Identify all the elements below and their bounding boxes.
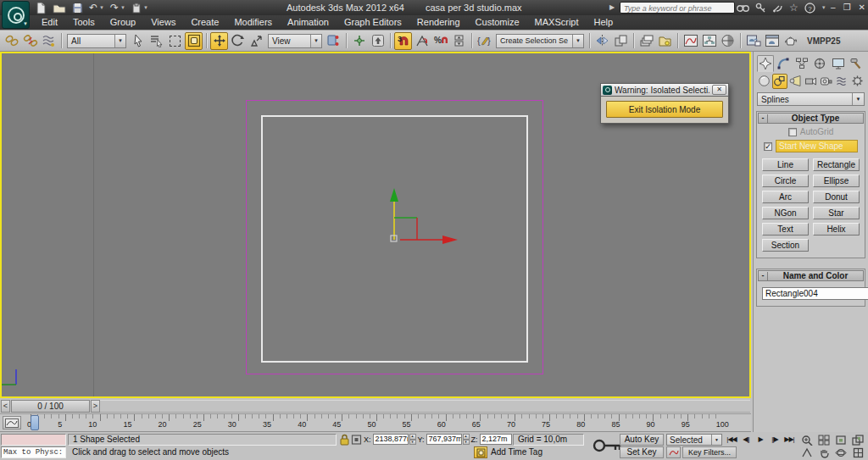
- name-and-color-rollout-header[interactable]: - Name and Color: [758, 270, 864, 281]
- render-setup-button[interactable]: [744, 32, 762, 50]
- menu-item[interactable]: Modifiers: [226, 15, 280, 30]
- dialog-close-icon[interactable]: ✕: [712, 85, 726, 95]
- menu-item[interactable]: Create: [183, 15, 226, 30]
- snaps-toggle-button[interactable]: 3: [394, 32, 412, 50]
- pan-hand-icon[interactable]: [816, 446, 832, 458]
- object-type-button[interactable]: Circle: [762, 175, 809, 187]
- menu-item[interactable]: Views: [143, 15, 183, 30]
- undo-flyout-arrow[interactable]: ▼: [99, 5, 104, 10]
- playback-button[interactable]: ||▶: [768, 434, 782, 446]
- field-of-view-icon[interactable]: [799, 446, 815, 458]
- object-type-button[interactable]: Rectangle: [813, 158, 860, 171]
- help-icon[interactable]: ?: [804, 3, 815, 14]
- shapes-subtab[interactable]: [772, 74, 787, 89]
- keyboard-shortcut-override-toggle[interactable]: [369, 32, 387, 50]
- window-crossing-toggle[interactable]: [185, 32, 203, 50]
- infocenter-flyout-arrow[interactable]: ▶: [609, 3, 615, 11]
- start-new-shape-checkbox[interactable]: ✓: [764, 142, 772, 151]
- default-in-out-tangents-icon[interactable]: [666, 446, 681, 458]
- space-warps-subtab[interactable]: [834, 74, 849, 89]
- z-coordinate-field[interactable]: 2,127m: [480, 434, 512, 445]
- shape-category-dropdown[interactable]: Splines ▼: [757, 92, 865, 106]
- mini-curve-editor-button[interactable]: [3, 416, 21, 430]
- maxscript-mini-listener[interactable]: Max to Physc:: [1, 446, 66, 458]
- maximize-viewport-toggle-icon[interactable]: [850, 446, 865, 458]
- zoom-extents-all-icon[interactable]: [850, 434, 865, 446]
- collapse-icon[interactable]: -: [759, 272, 768, 280]
- redo-icon[interactable]: ↷▼: [110, 2, 125, 14]
- search-binoculars-icon[interactable]: [737, 3, 749, 13]
- object-type-button[interactable]: Donut: [813, 191, 860, 203]
- autogrid-checkbox[interactable]: [788, 128, 797, 136]
- schematic-view-button[interactable]: [700, 32, 718, 50]
- close-button[interactable]: ✕: [859, 3, 865, 12]
- start-new-shape-label[interactable]: Start New Shape: [776, 140, 858, 152]
- dropdown-arrow-icon[interactable]: ▼: [711, 435, 721, 445]
- dropdown-arrow-icon[interactable]: ▼: [572, 35, 583, 47]
- move-gizmo[interactable]: [339, 185, 475, 303]
- gizmo-x-arrowhead[interactable]: [442, 236, 458, 244]
- playback-button[interactable]: ◀||: [739, 434, 753, 446]
- menu-item[interactable]: Graph Editors: [337, 15, 409, 30]
- viewport[interactable]: Warning: Isolated Selecti... ✕ Exit Isol…: [0, 52, 751, 398]
- helpers-subtab[interactable]: [819, 74, 833, 89]
- absolute-offset-mode-icon[interactable]: [351, 434, 362, 446]
- rendered-frame-window-button[interactable]: [763, 32, 781, 50]
- curve-editor-button[interactable]: [682, 32, 699, 50]
- dropdown-arrow-icon[interactable]: ▼: [310, 35, 321, 47]
- redo-flyout-arrow[interactable]: ▼: [120, 5, 125, 10]
- dialog-titlebar[interactable]: Warning: Isolated Selecti... ✕: [600, 83, 729, 97]
- selection-filter-dropdown[interactable]: All ▼: [67, 34, 126, 48]
- isolate-selection-toggle[interactable]: [474, 446, 487, 458]
- manage-layers-button[interactable]: [637, 32, 655, 50]
- playback-button[interactable]: |◀◀: [725, 434, 738, 446]
- mirror-button[interactable]: [593, 32, 611, 50]
- selection-lock-icon[interactable]: [339, 434, 350, 446]
- search-input[interactable]: [620, 3, 734, 14]
- create-tab[interactable]: [757, 55, 774, 72]
- object-type-button[interactable]: Line: [762, 158, 809, 171]
- project-folder-icon[interactable]: ▼: [131, 3, 148, 14]
- orbit-icon[interactable]: [833, 446, 849, 458]
- playback-button[interactable]: ▶▶|: [782, 434, 796, 446]
- use-pivot-point-center-button[interactable]: [325, 32, 342, 50]
- gizmo-y-arrowhead[interactable]: [390, 188, 398, 202]
- project-flyout-arrow[interactable]: ▼: [143, 5, 148, 10]
- reference-coordinate-system-dropdown[interactable]: View ▼: [268, 34, 322, 48]
- menu-item[interactable]: Group: [103, 15, 144, 30]
- key-mode-dropdown[interactable]: Selected ▼: [666, 434, 722, 446]
- current-frame-marker[interactable]: [31, 415, 39, 430]
- menu-item[interactable]: Help: [587, 15, 621, 30]
- collapse-icon[interactable]: -: [759, 114, 768, 123]
- object-type-button[interactable]: Text: [762, 223, 809, 236]
- display-tab[interactable]: [830, 55, 847, 72]
- unlink-selection-icon[interactable]: [21, 32, 39, 50]
- edit-named-selection-sets-button[interactable]: {}: [476, 32, 493, 50]
- object-type-button[interactable]: Section: [762, 239, 809, 252]
- undo-icon[interactable]: ↶▼: [89, 2, 104, 14]
- lights-subtab[interactable]: [788, 74, 803, 89]
- rectangular-selection-region-icon[interactable]: [166, 32, 184, 50]
- select-and-scale-button[interactable]: [248, 32, 265, 50]
- object-type-button[interactable]: Helix: [813, 223, 860, 236]
- hierarchy-tab[interactable]: [793, 55, 810, 72]
- add-time-tag[interactable]: Add Time Tag: [491, 446, 576, 458]
- track-bar[interactable]: 0510152025303540455055606570758085909510…: [0, 414, 751, 432]
- select-by-name-icon[interactable]: [147, 32, 165, 50]
- auto-key-button[interactable]: Auto Key: [620, 434, 664, 446]
- align-button[interactable]: [612, 32, 630, 50]
- graphite-ribbon-toggle[interactable]: [656, 32, 674, 50]
- exit-isolation-mode-button[interactable]: Exit Isolation Mode: [606, 101, 723, 118]
- systems-subtab[interactable]: [850, 74, 865, 89]
- next-frame-arrow[interactable]: >: [91, 400, 100, 413]
- select-and-move-button[interactable]: [210, 32, 228, 50]
- new-scene-icon[interactable]: [36, 2, 47, 14]
- dropdown-arrow-icon[interactable]: ▼: [114, 35, 125, 47]
- object-type-button[interactable]: Ellipse: [813, 175, 860, 187]
- dropdown-arrow-icon[interactable]: ▼: [852, 93, 864, 105]
- object-type-button[interactable]: Star: [813, 207, 860, 219]
- minimize-button[interactable]: –: [831, 3, 836, 12]
- angle-snap-toggle[interactable]: [413, 32, 431, 50]
- select-object-icon[interactable]: [129, 32, 147, 50]
- named-selection-sets-dropdown[interactable]: Create Selection Se ▼: [496, 34, 584, 48]
